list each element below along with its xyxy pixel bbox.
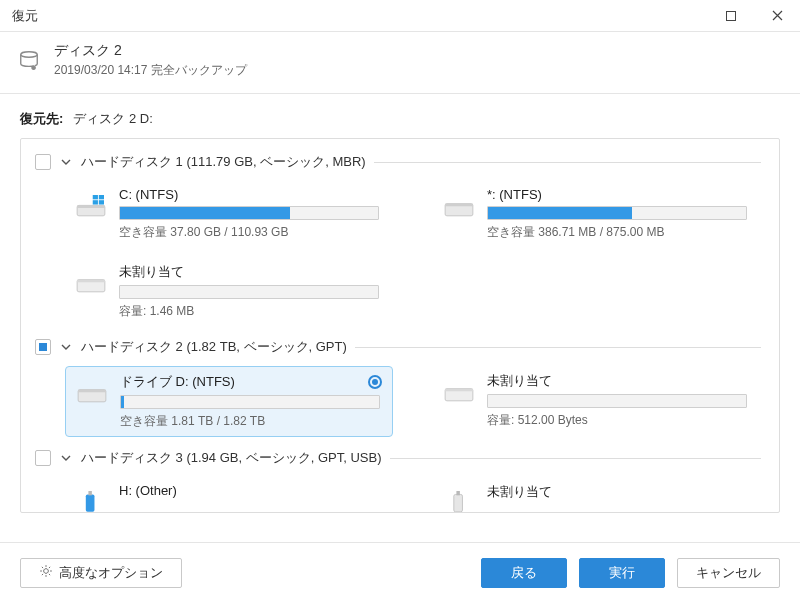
- svg-rect-3: [77, 205, 105, 208]
- cancel-button[interactable]: キャンセル: [677, 558, 780, 588]
- drive-icon: [73, 269, 109, 299]
- partition-info: 容量: 512.00 Bytes: [487, 412, 753, 429]
- close-button[interactable]: [754, 0, 800, 32]
- destination-label: 復元先:: [20, 110, 63, 128]
- disk1-title: ハードディスク 1 (111.79 GB, ベーシック, MBR): [81, 153, 366, 171]
- partition-info: 容量: 1.46 MB: [119, 303, 385, 320]
- partition-name: H: (Other): [119, 483, 385, 498]
- content-area: 復元先: ディスク 2 D: ハードディスク 1 (111.79 GB, ベーシ…: [0, 94, 800, 513]
- svg-rect-9: [445, 204, 473, 207]
- svg-rect-17: [88, 491, 91, 495]
- svg-rect-0: [727, 11, 736, 20]
- svg-rect-15: [445, 389, 473, 392]
- partition-name: ドライブ D: (NTFS): [120, 373, 384, 391]
- usage-bar: [487, 206, 747, 220]
- disk1-partitions: C: (NTFS) 空き容量 37.80 GB / 110.93 GB *: (…: [35, 181, 761, 326]
- svg-rect-5: [99, 195, 104, 199]
- window-controls: [708, 0, 800, 32]
- execute-label: 実行: [609, 564, 635, 582]
- disk-panel: ハードディスク 1 (111.79 GB, ベーシック, MBR) C: (NT…: [20, 138, 780, 513]
- execute-button[interactable]: 実行: [579, 558, 665, 588]
- svg-rect-16: [86, 494, 95, 511]
- disk3-checkbox[interactable]: [35, 450, 51, 466]
- divider: [374, 162, 761, 163]
- usage-bar-fill: [121, 396, 124, 408]
- usage-bar: [120, 395, 380, 409]
- titlebar: 復元: [0, 0, 800, 32]
- partition-system[interactable]: *: (NTFS) 空き容量 386.71 MB / 875.00 MB: [433, 181, 761, 247]
- svg-rect-6: [93, 200, 98, 204]
- disk2-partitions: ドライブ D: (NTFS) 空き容量 1.81 TB / 1.82 TB 未割…: [35, 366, 761, 437]
- windows-drive-icon: [73, 193, 109, 223]
- partition-info: 空き容量 1.81 TB / 1.82 TB: [120, 413, 384, 430]
- square-icon: [726, 11, 736, 21]
- disk3-title: ハードディスク 3 (1.94 GB, ベーシック, GPT, USB): [81, 449, 382, 467]
- advanced-options-label: 高度なオプション: [59, 564, 163, 582]
- chevron-down-icon[interactable]: [59, 155, 73, 169]
- divider: [355, 347, 761, 348]
- destination-row: 復元先: ディスク 2 D:: [20, 110, 780, 128]
- disk-scroll-area[interactable]: ハードディスク 1 (111.79 GB, ベーシック, MBR) C: (NT…: [21, 139, 779, 512]
- partition-unallocated[interactable]: 未割り当て 容量: 512.00 Bytes: [433, 366, 761, 437]
- partition-c[interactable]: C: (NTFS) 空き容量 37.80 GB / 110.93 GB: [65, 181, 393, 247]
- usage-bar: [487, 394, 747, 408]
- disk2-header[interactable]: ハードディスク 2 (1.82 TB, ベーシック, GPT): [35, 338, 761, 356]
- partition-info: 空き容量 386.71 MB / 875.00 MB: [487, 224, 753, 241]
- usb-drive-icon: [441, 489, 477, 512]
- partition-unallocated[interactable]: 未割り当て 容量: 1.46 MB: [65, 257, 393, 326]
- back-label: 戻る: [511, 564, 537, 582]
- disk3-partitions: H: (Other) 未割り当て: [35, 477, 761, 512]
- svg-rect-11: [77, 280, 105, 283]
- close-icon: [772, 10, 783, 21]
- backup-timestamp: 2019/03/20 14:17 完全バックアップ: [54, 62, 247, 79]
- partition-unallocated[interactable]: 未割り当て: [433, 477, 761, 512]
- partition-name: 未割り当て: [119, 263, 385, 281]
- disk2-title: ハードディスク 2 (1.82 TB, ベーシック, GPT): [81, 338, 347, 356]
- disk-backup-icon: [18, 49, 42, 73]
- selected-radio-icon: [368, 375, 382, 389]
- gear-icon: [39, 564, 53, 581]
- partition-d[interactable]: ドライブ D: (NTFS) 空き容量 1.81 TB / 1.82 TB: [65, 366, 393, 437]
- partition-info: 空き容量 37.80 GB / 110.93 GB: [119, 224, 385, 241]
- svg-rect-18: [454, 494, 463, 511]
- svg-rect-13: [78, 390, 106, 393]
- backup-header: ディスク 2 2019/03/20 14:17 完全バックアップ: [0, 32, 800, 94]
- usb-drive-icon: [73, 489, 109, 512]
- drive-icon: [441, 378, 477, 408]
- svg-point-1: [21, 51, 38, 57]
- disk3-header[interactable]: ハードディスク 3 (1.94 GB, ベーシック, GPT, USB): [35, 449, 761, 467]
- partition-h[interactable]: H: (Other): [65, 477, 393, 512]
- maximize-button[interactable]: [708, 0, 754, 32]
- disk2-checkbox[interactable]: [35, 339, 51, 355]
- partition-name: 未割り当て: [487, 483, 753, 501]
- svg-rect-19: [456, 491, 459, 495]
- disk1-checkbox[interactable]: [35, 154, 51, 170]
- destination-value: ディスク 2 D:: [73, 110, 152, 128]
- svg-rect-7: [99, 200, 104, 204]
- footer: 高度なオプション 戻る 実行 キャンセル: [0, 542, 800, 602]
- partition-name: 未割り当て: [487, 372, 753, 390]
- backup-name: ディスク 2: [54, 42, 247, 60]
- partition-name: *: (NTFS): [487, 187, 753, 202]
- divider: [390, 458, 762, 459]
- chevron-down-icon[interactable]: [59, 340, 73, 354]
- usage-bar-fill: [488, 207, 632, 219]
- usage-bar: [119, 206, 379, 220]
- usage-bar-fill: [120, 207, 290, 219]
- partition-name: C: (NTFS): [119, 187, 385, 202]
- disk1-header[interactable]: ハードディスク 1 (111.79 GB, ベーシック, MBR): [35, 153, 761, 171]
- usage-bar: [119, 285, 379, 299]
- advanced-options-button[interactable]: 高度なオプション: [20, 558, 182, 588]
- svg-rect-4: [93, 195, 98, 199]
- drive-icon: [441, 193, 477, 223]
- back-button[interactable]: 戻る: [481, 558, 567, 588]
- drive-icon: [74, 379, 110, 409]
- cancel-label: キャンセル: [696, 564, 761, 582]
- chevron-down-icon[interactable]: [59, 451, 73, 465]
- window-title: 復元: [12, 7, 38, 25]
